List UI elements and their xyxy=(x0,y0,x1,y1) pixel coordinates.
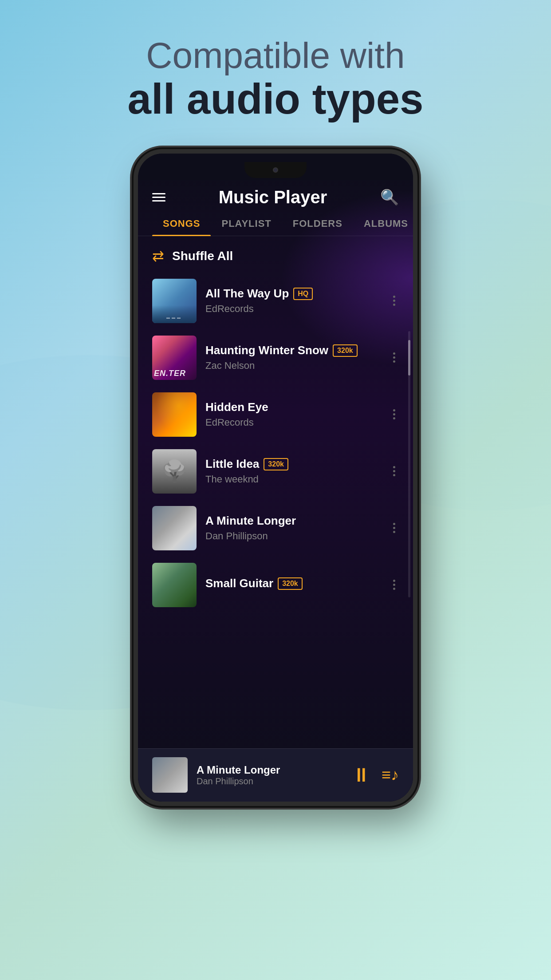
top-bar: Music Player 🔍 xyxy=(138,180,413,212)
tab-songs[interactable]: SONGS xyxy=(152,212,211,236)
song-artist-1: EdRecords xyxy=(205,303,254,314)
song-info-2: Haunting Winter Snow 320k Zac Nelson xyxy=(205,344,381,371)
pause-button[interactable]: ⏸ xyxy=(351,764,371,786)
song-title-6: Small Guitar xyxy=(205,577,273,590)
more-button-6[interactable] xyxy=(390,576,399,593)
song-artist-2: Zac Nelson xyxy=(205,360,255,371)
song-title-2: Haunting Winter Snow xyxy=(205,344,328,357)
scrollbar-thumb xyxy=(408,340,410,375)
camera xyxy=(273,167,278,173)
now-playing-thumb xyxy=(152,757,188,793)
now-playing-artist: Dan Phillipson xyxy=(197,776,342,786)
more-button-3[interactable] xyxy=(390,406,399,423)
song-title-row-1: All The Way Up HQ xyxy=(205,287,381,300)
search-icon[interactable]: 🔍 xyxy=(380,188,399,206)
song-artist-3: EdRecords xyxy=(205,417,254,428)
more-button-5[interactable] xyxy=(390,519,399,537)
now-playing-bar[interactable]: A Minute Longer Dan Phillipson ⏸ ≡♪ xyxy=(138,748,413,802)
header-line1: Compatible with xyxy=(128,36,424,75)
shuffle-label: Shuffle All xyxy=(172,249,233,263)
app-title: Music Player xyxy=(219,187,327,207)
song-thumb-2: EN.TER xyxy=(152,336,197,380)
song-thumb-3 xyxy=(152,392,197,437)
tab-folders[interactable]: FOLDERS xyxy=(282,212,353,236)
more-button-4[interactable] xyxy=(390,462,399,480)
song-thumb-6 xyxy=(152,563,197,607)
song-info-3: Hidden Eye EdRecords xyxy=(205,400,381,428)
phone-screen: Music Player 🔍 SONGS PLAYLIST FOLDERS AL… xyxy=(138,154,413,802)
shuffle-row[interactable]: ⇄ Shuffle All xyxy=(138,240,413,273)
song-title-1: All The Way Up xyxy=(205,287,289,300)
more-button-2[interactable] xyxy=(390,349,399,366)
scrollbar[interactable] xyxy=(408,331,410,597)
song-thumb-2-text: EN.TER xyxy=(154,369,186,378)
song-info-1: All The Way Up HQ EdRecords xyxy=(205,287,381,315)
song-title-row-2: Haunting Winter Snow 320k xyxy=(205,344,381,357)
song-list: All The Way Up HQ EdRecords EN.TER xyxy=(138,273,413,613)
phone-frame: Music Player 🔍 SONGS PLAYLIST FOLDERS AL… xyxy=(134,149,417,806)
tab-albums[interactable]: ALBUMS xyxy=(353,212,413,236)
song-thumb-4 xyxy=(152,449,197,494)
notch-area xyxy=(138,154,413,180)
song-item-3[interactable]: Hidden Eye EdRecords xyxy=(138,386,413,443)
quality-badge-1: HQ xyxy=(293,288,313,300)
song-info-5: A Minute Longer Dan Phillipson xyxy=(205,514,381,542)
playlist-button[interactable]: ≡♪ xyxy=(382,766,399,784)
header-section: Compatible with all audio types xyxy=(101,36,450,122)
song-title-row-6: Small Guitar 320k xyxy=(205,577,381,590)
song-info-6: Small Guitar 320k xyxy=(205,577,381,593)
quality-badge-6: 320k xyxy=(278,577,303,590)
song-item-2[interactable]: EN.TER Haunting Winter Snow 320k Zac Nel… xyxy=(138,329,413,386)
song-item-6[interactable]: Small Guitar 320k xyxy=(138,557,413,613)
header-line2: all audio types xyxy=(128,75,424,122)
quality-badge-2: 320k xyxy=(333,344,358,357)
song-title-5: A Minute Longer xyxy=(205,514,296,528)
tab-bar: SONGS PLAYLIST FOLDERS ALBUMS xyxy=(138,212,413,236)
quality-badge-4: 320k xyxy=(264,458,288,470)
song-title-row-3: Hidden Eye xyxy=(205,400,381,414)
menu-button[interactable] xyxy=(152,193,165,202)
now-playing-info: A Minute Longer Dan Phillipson xyxy=(197,764,342,786)
phone-mockup: Music Player 🔍 SONGS PLAYLIST FOLDERS AL… xyxy=(134,149,417,806)
song-info-4: Little Idea 320k The weeknd xyxy=(205,457,381,485)
song-thumb-1 xyxy=(152,279,197,323)
shuffle-icon: ⇄ xyxy=(152,248,164,265)
song-thumb-5 xyxy=(152,506,197,550)
song-artist-5: Dan Phillipson xyxy=(205,530,268,541)
song-item-4[interactable]: Little Idea 320k The weeknd xyxy=(138,443,413,500)
song-item-1[interactable]: All The Way Up HQ EdRecords xyxy=(138,273,413,329)
song-title-4: Little Idea xyxy=(205,457,259,471)
song-title-row-5: A Minute Longer xyxy=(205,514,381,528)
song-artist-4: The weeknd xyxy=(205,474,259,485)
playback-controls: ⏸ ≡♪ xyxy=(351,764,399,786)
now-playing-title: A Minute Longer xyxy=(197,764,342,776)
song-item-5[interactable]: A Minute Longer Dan Phillipson xyxy=(138,500,413,557)
song-title-3: Hidden Eye xyxy=(205,400,268,414)
song-title-row-4: Little Idea 320k xyxy=(205,457,381,471)
notch xyxy=(244,162,307,178)
tab-playlist[interactable]: PLAYLIST xyxy=(211,212,282,236)
more-button-1[interactable] xyxy=(390,292,399,309)
